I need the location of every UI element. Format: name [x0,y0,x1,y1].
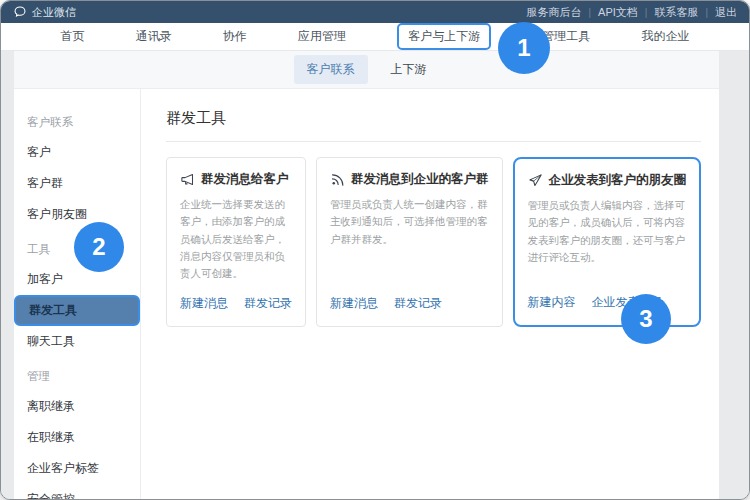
card-title: 群发消息到企业的客户群 [351,171,489,188]
page-title: 群发工具 [166,109,701,128]
megaphone-icon [180,172,195,187]
sidebar-item-security-control[interactable]: 安全管控 [14,484,140,500]
main-nav: 首页 通讯录 协作 应用管理 客户与上下游 管理工具 我的企业 [1,23,749,51]
nav-item-customers[interactable]: 客户与上下游 [397,23,491,50]
title-divider [166,141,701,142]
page-background: 客户联系 上下游 客户联系 客户 客户群 客户朋友圈 工具 加客户 群发工具 聊… [1,51,749,499]
nav-item-contacts[interactable]: 通讯录 [136,28,172,45]
tab-customer-contact[interactable]: 客户联系 [294,55,368,84]
card-title: 群发消息给客户 [201,171,289,188]
nav-item-my-company[interactable]: 我的企业 [641,28,689,45]
separator: | [705,7,708,18]
api-docs-link[interactable]: API文档 [598,5,638,20]
step-3-badge: 3 [621,294,671,344]
sidebar-item-customer-groups[interactable]: 客户群 [14,168,140,199]
wecom-admin-window: 企业微信 服务商后台 | API文档 | 联系客服 | 退出 首页 通讯录 协作… [0,0,750,500]
nav-item-collaboration[interactable]: 协作 [223,28,247,45]
wecom-logo-icon [13,5,27,19]
step-1-badge: 1 [498,22,550,74]
card-group-message-to-customer-groups: 群发消息到企业的客户群 管理员或负责人统一创建内容，群主收到通知后，可选择他管理… [316,157,503,327]
nav-item-home[interactable]: 首页 [61,28,85,45]
message-history-link[interactable]: 群发记录 [394,295,442,312]
sidebar-item-customers[interactable]: 客户 [14,137,140,168]
sidebar-item-add-customer[interactable]: 加客户 [14,264,140,295]
content-panel: 客户联系 上下游 客户联系 客户 客户群 客户朋友圈 工具 加客户 群发工具 聊… [14,51,719,499]
step-2-badge: 2 [74,222,124,272]
logout-link[interactable]: 退出 [715,5,737,20]
sidebar-section-management: 管理 [14,361,140,391]
panel-body: 客户联系 客户 客户群 客户朋友圈 工具 加客户 群发工具 聊天工具 管理 离职… [14,89,719,499]
topbar: 企业微信 服务商后台 | API文档 | 联系客服 | 退出 [1,1,749,23]
separator: | [588,7,591,18]
brand-name: 企业微信 [32,5,76,20]
sidebar-item-group-message-tools[interactable]: 群发工具 [14,295,140,326]
message-history-link[interactable]: 群发记录 [244,295,292,312]
provider-console-link[interactable]: 服务商后台 [526,5,581,20]
sidebar-item-customer-moments[interactable]: 客户朋友圈 [14,199,140,230]
brand: 企业微信 [13,5,76,20]
sidebar-item-customer-tags[interactable]: 企业客户标签 [14,453,140,484]
main-content: 群发工具 群发消息给客户 [141,89,719,499]
broadcast-icon [330,172,345,187]
card-description: 管理员或负责人统一创建内容，群主收到通知后，可选择他管理的客户群并群发。 [330,196,489,283]
feature-cards: 群发消息给客户 企业统一选择要发送的客户，由添加客户的成员确认后发送给客户，消息… [166,157,701,327]
nav-item-apps[interactable]: 应用管理 [298,28,346,45]
card-title: 企业发表到客户的朋友圈 [549,172,687,189]
sidebar-item-resigned-handover[interactable]: 离职继承 [14,391,140,422]
card-description: 管理员或负责人编辑内容，选择可见的客户，成员确认后，可将内容发表到客户的朋友圈，… [528,197,687,282]
sidebar-item-chat-tools[interactable]: 聊天工具 [14,326,140,357]
card-publish-to-customer-moments: 企业发表到客户的朋友圈 管理员或负责人编辑内容，选择可见的客户，成员确认后，可将… [513,157,702,327]
new-content-link[interactable]: 新建内容 [528,294,576,311]
sidebar-item-onjob-handover[interactable]: 在职继承 [14,422,140,453]
sidebar-section-customer-contact: 客户联系 [14,107,140,137]
separator: | [645,7,648,18]
tab-upstream-downstream[interactable]: 上下游 [378,55,440,84]
topbar-links: 服务商后台 | API文档 | 联系客服 | 退出 [526,5,737,20]
new-message-link[interactable]: 新建消息 [330,295,378,312]
contact-support-link[interactable]: 联系客服 [654,5,698,20]
sub-tabs: 客户联系 上下游 [14,51,719,89]
card-description: 企业统一选择要发送的客户，由添加客户的成员确认后发送给客户，消息内容仅管理员和负… [180,196,292,283]
paper-plane-icon [528,173,543,188]
new-message-link[interactable]: 新建消息 [180,295,228,312]
sidebar: 客户联系 客户 客户群 客户朋友圈 工具 加客户 群发工具 聊天工具 管理 离职… [14,89,141,499]
card-group-message-to-customers: 群发消息给客户 企业统一选择要发送的客户，由添加客户的成员确认后发送给客户，消息… [166,157,306,327]
